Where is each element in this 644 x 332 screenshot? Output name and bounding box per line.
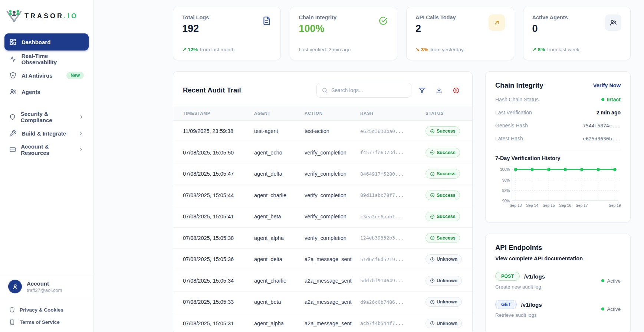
cell-timestamp: 07/08/2025, 15:05:41 bbox=[183, 214, 254, 219]
privacy-cookies-link[interactable]: Privacy & Cookies bbox=[4, 304, 89, 316]
search-logs-input[interactable] bbox=[331, 87, 406, 93]
download-button[interactable] bbox=[432, 84, 446, 97]
table-row[interactable]: 07/08/2025, 15:05:38 agent_alpha verify_… bbox=[173, 228, 472, 249]
filter-button[interactable] bbox=[415, 84, 428, 97]
stat-card-chain-integrity: Chain Integrity 100% Last verified: 2 mi… bbox=[290, 7, 398, 60]
cell-action: a2a_message_sent bbox=[305, 299, 360, 305]
svg-text:Sep 15: Sep 15 bbox=[543, 203, 555, 208]
cell-action: verify_completion bbox=[305, 150, 360, 156]
method-badge: GET bbox=[495, 300, 517, 309]
table-row[interactable]: 07/08/2025, 15:05:47 agent_delta verify_… bbox=[173, 163, 472, 185]
cell-agent: agent_beta bbox=[254, 299, 305, 305]
table-row[interactable]: 07/08/2025, 15:05:36 agent_delta a2a_mes… bbox=[173, 249, 472, 270]
table-row[interactable]: 07/08/2025, 15:05:33 agent_beta a2a_mess… bbox=[173, 292, 472, 313]
verification-history-chart: 100%96%93%90%Sep 13Sep 14Sep 15Sep 16Sep… bbox=[495, 164, 621, 212]
table-row[interactable]: 11/09/2025, 23:59:38 test-agent test-act… bbox=[173, 121, 472, 142]
clock-icon bbox=[430, 321, 435, 326]
brand-logo[interactable]: TRASOR.IO bbox=[0, 0, 93, 33]
download-icon bbox=[436, 87, 443, 94]
cell-hash: 51d6cf6d5219... bbox=[360, 257, 426, 262]
sidebar: TRASOR.IO Dashboard Real-Time Observabil… bbox=[0, 0, 93, 332]
cell-hash: d9a26c0b7486... bbox=[360, 299, 426, 305]
last-verification-value: 2 min ago bbox=[597, 110, 621, 115]
arrow-up-right-icon bbox=[489, 14, 505, 31]
table-row[interactable]: 07/08/2025, 15:05:31 agent_alpha a2a_mes… bbox=[173, 313, 472, 332]
trend-up-arrow: ↗ 12% bbox=[182, 46, 198, 52]
filter-icon bbox=[418, 87, 426, 94]
sidebar-item-build-integrate[interactable]: Build & Integrate bbox=[4, 126, 89, 141]
endpoint-row: POST /v1/logs Create new audit log Activ… bbox=[495, 272, 621, 290]
stat-card-api-calls: API Calls Today 2 ↘ 3% from yesterday bbox=[406, 7, 514, 60]
verification-history-title: 7-Day Verification History bbox=[495, 155, 621, 161]
column-header-status: Status bbox=[426, 111, 463, 115]
sidebar-nav: Dashboard Real-Time Observability AI Ant… bbox=[0, 33, 93, 158]
document-icon bbox=[9, 319, 15, 325]
table-row[interactable]: 07/08/2025, 15:05:50 agent_echo verify_c… bbox=[173, 142, 472, 164]
cell-hash: 124eb39332b3... bbox=[360, 235, 426, 241]
status-badge: Unknown bbox=[426, 297, 462, 307]
cell-agent: agent_alpha bbox=[254, 320, 305, 326]
stat-value: 192 bbox=[182, 23, 209, 35]
table-row[interactable]: 07/08/2025, 15:05:44 agent_charlie verif… bbox=[173, 185, 472, 206]
sidebar-item-ai-antivirus[interactable]: AI Antivirus New bbox=[4, 68, 89, 83]
cell-agent: agent_beta bbox=[254, 214, 305, 219]
shield-check-icon bbox=[9, 72, 17, 79]
chevron-right-icon bbox=[78, 130, 84, 136]
divider bbox=[495, 149, 621, 149]
stat-value: 0 bbox=[532, 23, 568, 35]
endpoint-status: Active bbox=[601, 278, 621, 284]
cell-action: a2a_message_sent bbox=[305, 256, 360, 262]
cell-action: test-action bbox=[305, 128, 360, 134]
stat-label: Total Logs bbox=[182, 14, 209, 20]
avatar bbox=[8, 280, 22, 293]
cell-action: a2a_message_sent bbox=[305, 320, 360, 326]
sidebar-item-security-compliance[interactable]: Security & Compliance bbox=[4, 109, 89, 125]
sidebar-item-real-time-observability[interactable]: Real-Time Observability bbox=[4, 51, 89, 67]
table-header: Timestamp Agent Action Hash Status bbox=[173, 106, 472, 121]
clock-icon bbox=[430, 300, 435, 305]
cell-timestamp: 07/08/2025, 15:05:34 bbox=[183, 278, 254, 284]
svg-text:93%: 93% bbox=[502, 188, 510, 193]
cell-agent: agent_charlie bbox=[254, 278, 305, 284]
svg-text:Sep 16: Sep 16 bbox=[559, 203, 571, 208]
cell-action: verify_completion bbox=[305, 214, 360, 219]
sidebar-item-dashboard[interactable]: Dashboard bbox=[4, 33, 89, 51]
field-label: Last Verification bbox=[495, 110, 532, 115]
endpoint-description: Create new audit log bbox=[495, 284, 545, 290]
file-text-icon bbox=[262, 16, 272, 26]
field-label: Latest Hash bbox=[495, 136, 523, 141]
shield-icon bbox=[9, 307, 15, 313]
activity-icon bbox=[9, 55, 17, 63]
account-menu[interactable]: Account traff27@aol.com bbox=[0, 274, 93, 299]
cell-agent: test-agent bbox=[254, 128, 305, 134]
cell-hash: acb7f4b544f7... bbox=[360, 320, 426, 326]
table-row[interactable]: 07/08/2025, 15:05:34 agent_charlie a2a_m… bbox=[173, 270, 472, 292]
column-header-hash: Hash bbox=[360, 111, 426, 115]
latest-hash-value: e625d3630b... bbox=[583, 136, 621, 141]
table-row[interactable]: 07/08/2025, 15:05:41 agent_beta verify_c… bbox=[173, 206, 472, 228]
clear-button[interactable] bbox=[449, 84, 463, 97]
api-endpoints-title: API Endpoints bbox=[495, 244, 621, 252]
check-circle-icon bbox=[430, 193, 435, 198]
endpoint-row: GET /v1/logs Retrieve audit logs Active bbox=[495, 300, 621, 318]
cell-timestamp: 07/08/2025, 15:05:33 bbox=[183, 299, 254, 305]
wrench-icon bbox=[9, 130, 17, 137]
stat-value: 2 bbox=[415, 23, 456, 35]
cell-hash: 5dd7bf914649... bbox=[360, 278, 426, 283]
cell-action: verify_completion bbox=[305, 235, 360, 241]
column-header-action: Action bbox=[305, 111, 360, 115]
status-badge: Success bbox=[426, 191, 460, 200]
svg-text:90%: 90% bbox=[502, 198, 510, 203]
clock-icon bbox=[430, 278, 435, 283]
api-docs-link[interactable]: View complete API documentation bbox=[495, 255, 583, 261]
verify-now-button[interactable]: Verify Now bbox=[593, 82, 621, 88]
sidebar-item-agents[interactable]: Agents bbox=[4, 84, 89, 100]
brand-logo-icon bbox=[6, 9, 22, 23]
cell-timestamp: 07/08/2025, 15:05:31 bbox=[183, 320, 254, 326]
audit-trail-title: Recent Audit Trail bbox=[183, 86, 241, 94]
cell-agent: agent_echo bbox=[254, 150, 305, 156]
stat-card-active-agents: Active Agents 0 ↗ 8% from last week bbox=[523, 7, 631, 60]
credit-card-icon bbox=[9, 146, 16, 153]
sidebar-item-account-resources[interactable]: Account & Resources bbox=[4, 142, 89, 157]
terms-of-service-link[interactable]: Terms of Service bbox=[4, 316, 89, 328]
